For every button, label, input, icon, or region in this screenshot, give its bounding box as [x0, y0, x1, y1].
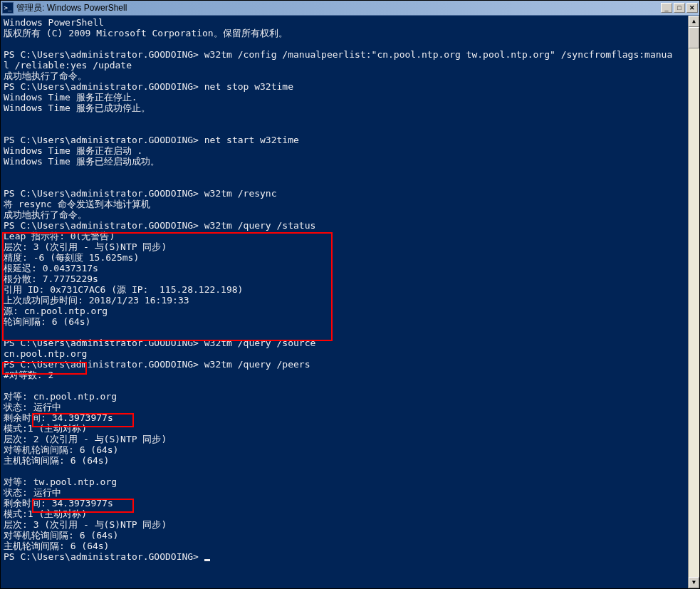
prompt: PS C:\Users\administrator.GOODOING> — [4, 359, 199, 370]
line: Windows PowerShell — [4, 17, 104, 28]
line: 源: cn.pool.ntp.org — [4, 306, 108, 316]
line: 上次成功同步时间: 2018/1/23 16:19:33 — [4, 295, 189, 306]
line: Windows Time 服务正在启动 . — [4, 145, 142, 156]
cmd: net start w32time — [199, 135, 299, 145]
cmd: net stop w32time — [199, 81, 293, 92]
line: 层次: 2 (次引用 - 与(S)NTP 同步) — [4, 434, 167, 444]
powershell-window: >_ 管理员: Windows PowerShell _ □ ✕ Windows… — [0, 0, 700, 589]
line: 根分散: 7.7775229s — [4, 273, 98, 284]
line: cn.pool.ntp.org — [4, 348, 87, 359]
line: 层次: 3 (次引用 - 与(S)NTP 同步) — [4, 519, 167, 530]
cursor — [204, 559, 210, 561]
maximize-button[interactable]: □ — [674, 3, 685, 13]
minimize-button[interactable]: _ — [661, 3, 672, 13]
cmd: w32tm /query /peers — [199, 359, 310, 370]
peer-host: tw.pool.ntp.org — [33, 476, 117, 487]
line: Leap 指示符: 0(无警告) — [4, 231, 115, 241]
peer-label: 对等: — [4, 391, 33, 402]
cmd: w32tm /query /source — [199, 338, 315, 348]
line: 根延迟: 0.0437317s — [4, 263, 98, 273]
prompt: PS C:\Users\administrator.GOODOING> — [4, 551, 199, 562]
window-title: 管理员: Windows PowerShell — [16, 2, 661, 14]
line: 状态: 运行中 — [4, 402, 61, 412]
line: Windows Time 服务已经启动成功。 — [4, 156, 160, 167]
line: 层次: 3 (次引用 - 与(S)NTP 同步) — [4, 241, 167, 252]
peer-label: 对等: — [4, 476, 33, 487]
window-controls: _ □ ✕ — [661, 3, 698, 13]
prompt: PS C:\Users\administrator.GOODOING> — [4, 338, 199, 348]
prompt: PS C:\Users\administrator.GOODOING> — [4, 49, 199, 60]
scroll-track[interactable] — [689, 27, 699, 577]
line: 剩余时间: 34.3973977s — [4, 498, 113, 509]
line: 模式:1 (主动对称) — [4, 509, 87, 519]
line: 对等机轮询间隔: 6 (64s) — [4, 530, 118, 541]
line: 主机轮询间隔: 6 (64s) — [4, 541, 109, 551]
peer-host: cn.pool.ntp.org — [33, 391, 117, 402]
line: 对等机轮询间隔: 6 (64s) — [4, 444, 118, 455]
cmd — [199, 551, 204, 562]
line: Windows Time 服务正在停止. — [4, 92, 137, 103]
line: 成功地执行了命令。 — [4, 71, 87, 81]
line: 剩余时间: 34.3973977s — [4, 412, 113, 423]
cmd: w32tm /resync — [199, 188, 277, 199]
scroll-down-button[interactable]: ▼ — [689, 577, 699, 588]
cmd: w32tm /config /manualpeerlist:"cn.pool.n… — [199, 49, 672, 60]
line: 引用 ID: 0x731C7AC6 (源 IP: 115.28.122.198) — [4, 284, 243, 295]
terminal-output[interactable]: Windows PowerShell 版权所有 (C) 2009 Microso… — [1, 16, 688, 588]
line: 将 resync 命令发送到本地计算机 — [4, 199, 150, 209]
line: 状态: 运行中 — [4, 487, 61, 498]
prompt: PS C:\Users\administrator.GOODOING> — [4, 135, 199, 145]
line: l /reliable:yes /update — [4, 60, 132, 71]
cmd: w32tm /query /status — [199, 220, 315, 231]
close-button[interactable]: ✕ — [686, 3, 698, 13]
line: 成功地执行了命令。 — [4, 209, 87, 220]
line: 主机轮询间隔: 6 (64s) — [4, 455, 109, 466]
line: 版权所有 (C) 2009 Microsoft Corporation。保留所有… — [4, 28, 288, 38]
prompt: PS C:\Users\administrator.GOODOING> — [4, 220, 199, 231]
line: 轮询间隔: 6 (64s) — [4, 316, 90, 327]
prompt: PS C:\Users\administrator.GOODOING> — [4, 188, 199, 199]
vertical-scrollbar[interactable]: ▲ ▼ — [688, 16, 699, 588]
line: Windows Time 服务已成功停止。 — [4, 103, 150, 113]
scroll-up-button[interactable]: ▲ — [689, 16, 699, 27]
line: 精度: -6 (每刻度 15.625ms) — [4, 252, 139, 263]
line: #对等数: 2 — [4, 370, 53, 380]
prompt: PS C:\Users\administrator.GOODOING> — [4, 81, 199, 92]
titlebar[interactable]: >_ 管理员: Windows PowerShell _ □ ✕ — [1, 1, 699, 16]
line: 模式:1 (主动对称) — [4, 423, 87, 434]
scroll-thumb[interactable] — [689, 27, 699, 48]
powershell-icon: >_ — [2, 2, 14, 14]
terminal-container: Windows PowerShell 版权所有 (C) 2009 Microso… — [1, 16, 699, 588]
